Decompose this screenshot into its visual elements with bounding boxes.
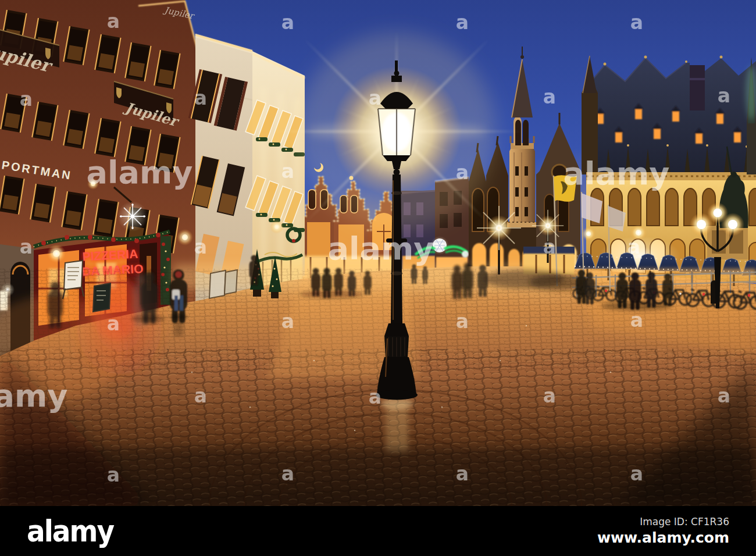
photo-scene: Jupiler Jupiler Jupiler PORTMAN P [0, 0, 756, 506]
stock-photo-bruges-market-square-night: Jupiler Jupiler Jupiler PORTMAN P [0, 0, 756, 556]
alamy-logo: alamy [27, 514, 113, 548]
alamy-url-text: www.alamy.com [597, 529, 729, 546]
alamy-footer-bar: alamy Image ID: CF1R36 www.alamy.com [0, 506, 756, 556]
gothic-roofline [586, 58, 756, 180]
image-id-text: Image ID: CF1R36 [597, 516, 729, 528]
